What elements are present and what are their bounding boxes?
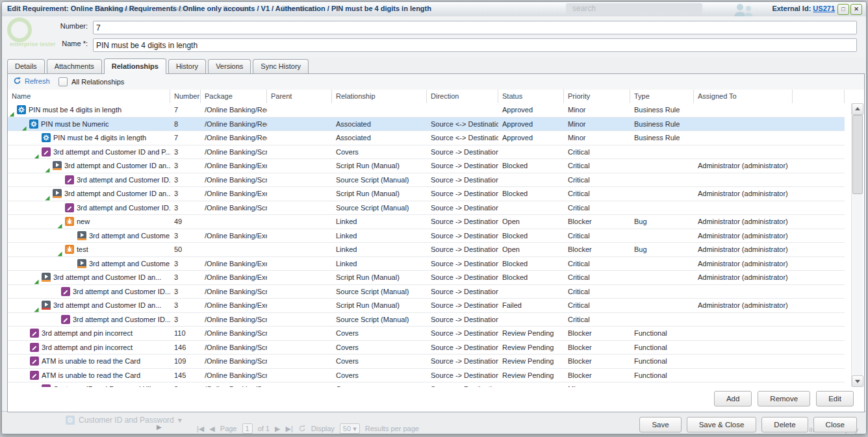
cell-name: 3rd attempt and Custome... [8,229,170,243]
table-row[interactable]: 3rd attempt and Customer ID an...3/Onlin… [8,187,845,201]
scroll-down-button[interactable] [852,375,863,387]
cell-relationship: Linked [332,257,427,271]
table-row[interactable]: ATM is unable to read the Card145/Online… [8,369,845,383]
background-search-input: search [566,3,702,14]
delete-button[interactable]: Delete [761,417,808,432]
edit-button[interactable]: Edit [816,391,854,406]
tab-sync-history[interactable]: Sync History [253,59,309,73]
table-row[interactable]: 3rd attempt and Customer ID...3/Online B… [8,285,845,299]
close-button[interactable]: Close [813,417,857,432]
table-row[interactable]: PIN must be Numeric8/Online Banking/RecA… [8,118,845,132]
add-button[interactable]: Add [714,391,752,406]
expander-icon[interactable] [34,275,39,284]
column-header-status[interactable]: Status [498,90,564,103]
table-row[interactable]: 3rd attempt and Custome...3/Online Banki… [8,257,845,271]
tab-history[interactable]: History [168,59,206,73]
cell-direction: Source -> Destination [427,299,498,312]
table-row[interactable]: 3rd attempt and pin incorrect110/Online … [8,327,845,341]
column-header-assigned-to[interactable]: Assigned To [694,90,793,103]
table-row[interactable]: 3rd attempt and Customer ID and P...3/On… [8,145,845,160]
save-close-button[interactable]: Save & Close [687,417,757,432]
test-script-icon [30,371,39,382]
background-expand-icon: ▶ [157,423,162,431]
cell-direction: Source -> Destination [427,341,498,355]
column-header-parent[interactable]: Parent [267,90,332,103]
all-relationships-checkbox[interactable] [58,77,68,86]
number-field[interactable] [93,21,857,34]
expander-icon[interactable] [34,303,39,312]
close-button[interactable]: ✕ [850,4,862,15]
table-row[interactable]: 3rd attempt and Customer ID an...3/Onlin… [8,271,845,285]
column-header-relationship[interactable]: Relationship [332,90,427,103]
maximize-button[interactable]: □ [837,4,849,15]
column-header-name[interactable]: Name [8,90,170,103]
cell-relationship: Linked [332,229,427,243]
expander-icon[interactable] [34,150,39,159]
expander-icon[interactable] [45,164,50,173]
cell-number: 3 [170,229,201,243]
cell-package: /Online Banking/Exe [201,257,267,271]
expander-icon[interactable] [21,122,27,131]
tab-details[interactable]: Details [7,59,45,73]
name-field[interactable] [93,38,857,52]
expander-icon[interactable] [57,247,62,256]
cell-number: 3 [170,145,201,159]
cell-name: 3rd attempt and Customer ID an... [8,187,170,201]
table-row[interactable]: 3rd attempt and Custome...3/Online Banki… [8,229,845,243]
expander-icon[interactable] [9,108,14,117]
column-header-package[interactable]: Package [201,90,267,103]
cell-assigned-to [694,145,793,159]
cell-type: Bug [630,243,694,256]
cell-assigned-to: Administrator (administrator) [694,271,793,284]
cell-priority: Blocker [564,369,630,382]
column-header-number[interactable]: Number [170,90,201,103]
table-row[interactable]: 3rd attempt and Customer ID an...3/Onlin… [8,299,845,313]
table-row[interactable]: test50LinkedSource -> DestinationOpenBlo… [8,243,845,257]
cell-assigned-to [694,285,793,299]
tab-versions[interactable]: Versions [208,59,251,73]
cell-number: 146 [170,341,201,355]
table-row[interactable]: PIN must be 4 digits in length7/Online B… [8,131,845,145]
requirement-icon [42,133,51,145]
scroll-thumb[interactable] [852,115,863,194]
tab-attachments[interactable]: Attachments [47,59,102,73]
external-id-link[interactable]: US271 [813,5,835,12]
scroll-up-button[interactable] [852,103,863,115]
table-row[interactable]: 3rd attempt and Customer ID an...3/Onlin… [8,159,845,173]
cell-type: Functional [630,369,694,382]
column-header-priority[interactable]: Priority [564,90,630,103]
cell-parent [267,285,332,299]
table-row[interactable]: 3rd attempt and Customer ID...3/Online B… [8,173,845,188]
test-script-icon [42,147,51,159]
column-header-direction[interactable]: Direction [427,90,498,103]
dialog-title: Edit Requirement: Online Banking / Requi… [7,5,431,12]
expander-icon[interactable] [57,219,62,229]
cell-priority: Critical [564,173,630,187]
expander-icon[interactable] [45,192,50,201]
cell-relationship: Associated [332,131,427,145]
cell-name: PIN must be 4 digits in length [8,103,170,117]
refresh-button[interactable]: Refresh [13,77,50,85]
tab-relationships[interactable]: Relationships [104,58,166,74]
cell-relationship: Script Run (Manual) [332,271,427,284]
table-row[interactable]: ATM is unable to read the Card109/Online… [8,355,845,369]
test-run-icon [53,161,62,173]
table-row[interactable]: 3rd attempt and Customer ID...3/Online B… [8,313,845,327]
test-script-icon [30,329,39,340]
table-row[interactable]: 3rd attempt and Customer ID...3/Online B… [8,201,845,216]
remove-button[interactable]: Remove [758,391,810,406]
table-row[interactable]: 3rd attempt and pin incorrect146/Online … [8,341,845,355]
pager-results-label: Results per page [365,425,419,432]
table-row[interactable]: new49LinkedSource -> DestinationOpenBloc… [8,215,845,229]
vertical-scrollbar[interactable] [851,103,863,387]
test-script-icon [65,175,74,187]
table-row[interactable]: Customer ID and Password Hib...3/Online … [8,382,845,387]
table-row[interactable]: PIN must be 4 digits in length7/Online B… [8,103,845,118]
test-script-icon [30,356,39,368]
all-relationships-label: All Relationships [71,78,124,86]
cell-status [498,313,564,327]
cell-parent [267,243,332,256]
cell-type [630,299,694,312]
column-header-type[interactable]: Type [630,90,694,103]
save-button[interactable]: Save [639,417,681,432]
